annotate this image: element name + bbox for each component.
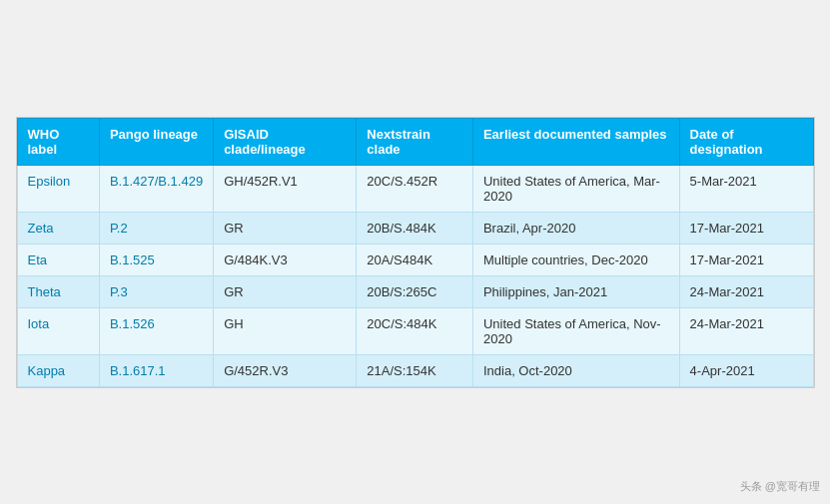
- cell-date_designation-row-1: 17-Mar-2021: [679, 212, 813, 244]
- variants-table: WHO label Pango lineage GISAID clade/lin…: [17, 118, 814, 387]
- cell-pango_lineage-row-4: B.1.526: [99, 307, 213, 354]
- header-nextstrain-clade: Nextstrain clade: [357, 118, 473, 165]
- table-row: KappaB.1.617.1G/452R.V321A/S:154KIndia, …: [17, 354, 813, 386]
- header-gisaid-clade: GISAID clade/lineage: [214, 118, 357, 165]
- cell-nextstrain_clade-row-3: 20B/S:265C: [357, 275, 473, 307]
- header-pango-lineage: Pango lineage: [99, 118, 213, 165]
- cell-nextstrain_clade-row-0: 20C/S.452R: [357, 165, 473, 212]
- cell-date_designation-row-5: 4-Apr-2021: [679, 354, 813, 386]
- cell-nextstrain_clade-row-4: 20C/S:484K: [357, 307, 473, 354]
- cell-nextstrain_clade-row-1: 20B/S.484K: [357, 212, 473, 244]
- table-row: IotaB.1.526GH20C/S:484KUnited States of …: [17, 307, 813, 354]
- cell-who_label-row-0: Epsilon: [17, 165, 99, 212]
- cell-earliest_samples-row-4: United States of America, Nov-2020: [472, 307, 679, 354]
- cell-earliest_samples-row-2: Multiple countries, Dec-2020: [472, 244, 679, 275]
- table-row: ThetaP.3GR20B/S:265CPhilippines, Jan-202…: [17, 275, 813, 307]
- cell-who_label-row-4: Iota: [17, 307, 99, 354]
- cell-nextstrain_clade-row-2: 20A/S484K: [357, 244, 473, 275]
- cell-earliest_samples-row-3: Philippines, Jan-2021: [472, 275, 679, 307]
- header-date-designation: Date of designation: [679, 118, 813, 165]
- table-row: EtaB.1.525G/484K.V320A/S484KMultiple cou…: [17, 244, 813, 275]
- cell-pango_lineage-row-3: P.3: [99, 275, 213, 307]
- cell-gisaid_clade-row-5: G/452R.V3: [214, 354, 357, 386]
- cell-pango_lineage-row-2: B.1.525: [99, 244, 213, 275]
- table-body: EpsilonB.1.427/B.1.429GH/452R.V120C/S.45…: [17, 165, 813, 386]
- cell-earliest_samples-row-5: India, Oct-2020: [472, 354, 679, 386]
- cell-date_designation-row-3: 24-Mar-2021: [679, 275, 813, 307]
- table-row: EpsilonB.1.427/B.1.429GH/452R.V120C/S.45…: [17, 165, 813, 212]
- table-row: ZetaP.2GR20B/S.484KBrazil, Apr-202017-Ma…: [17, 212, 813, 244]
- cell-who_label-row-3: Theta: [17, 275, 99, 307]
- cell-pango_lineage-row-5: B.1.617.1: [99, 354, 213, 386]
- cell-gisaid_clade-row-0: GH/452R.V1: [214, 165, 357, 212]
- watermark-text: 头条 @宽哥有理: [740, 479, 820, 494]
- cell-earliest_samples-row-0: United States of America, Mar-2020: [472, 165, 679, 212]
- cell-earliest_samples-row-1: Brazil, Apr-2020: [472, 212, 679, 244]
- cell-gisaid_clade-row-4: GH: [214, 307, 357, 354]
- table-header-row: WHO label Pango lineage GISAID clade/lin…: [17, 118, 813, 165]
- cell-pango_lineage-row-1: P.2: [99, 212, 213, 244]
- header-earliest-samples: Earliest documented samples: [472, 118, 679, 165]
- cell-who_label-row-1: Zeta: [17, 212, 99, 244]
- cell-nextstrain_clade-row-5: 21A/S:154K: [357, 354, 473, 386]
- header-who-label: WHO label: [17, 118, 99, 165]
- cell-who_label-row-5: Kappa: [17, 354, 99, 386]
- cell-pango_lineage-row-0: B.1.427/B.1.429: [99, 165, 213, 212]
- cell-date_designation-row-0: 5-Mar-2021: [679, 165, 813, 212]
- cell-gisaid_clade-row-3: GR: [214, 275, 357, 307]
- cell-date_designation-row-4: 24-Mar-2021: [679, 307, 813, 354]
- main-table-wrapper: WHO label Pango lineage GISAID clade/lin…: [16, 117, 815, 388]
- cell-gisaid_clade-row-1: GR: [214, 212, 357, 244]
- cell-who_label-row-2: Eta: [17, 244, 99, 275]
- cell-gisaid_clade-row-2: G/484K.V3: [214, 244, 357, 275]
- cell-date_designation-row-2: 17-Mar-2021: [679, 244, 813, 275]
